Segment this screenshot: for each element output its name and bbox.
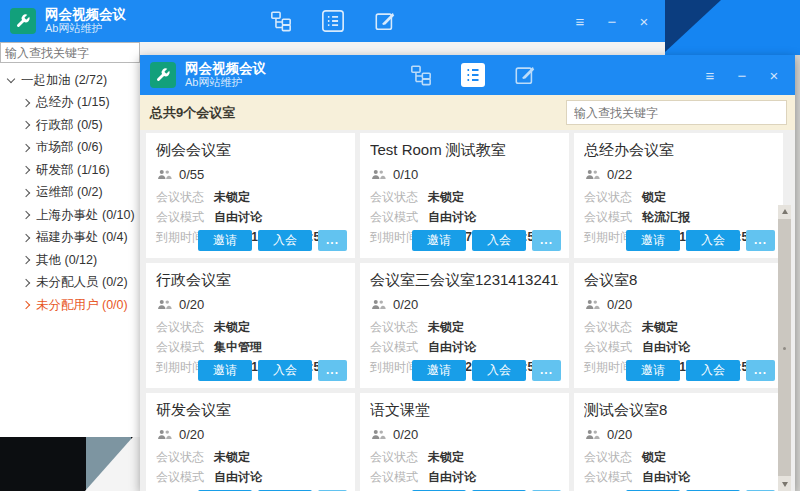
tree-item[interactable]: 福建办事处 (0/4) (0, 227, 140, 250)
room-name: 总经办会议室 (584, 141, 773, 160)
tree-item-label: 未分配用户 (0/0) (36, 297, 128, 314)
window-title-block: 网会视频会议 Ab网站维护 (185, 61, 266, 89)
more-button[interactable]: ... (532, 230, 561, 251)
join-button[interactable]: 入会 (686, 230, 740, 251)
app-title: 网会视频会议 (185, 61, 266, 77)
room-search-input[interactable] (566, 100, 787, 125)
status-value: 锁定 (642, 187, 666, 207)
vertical-scrollbar[interactable] (778, 205, 791, 491)
people-icon (157, 299, 172, 310)
tree-item[interactable]: 研发部 (1/16) (0, 159, 140, 182)
room-name: 测试会议室8 (584, 401, 773, 420)
tree-item[interactable]: 未分配人员 (0/2) (0, 272, 140, 295)
room-capacity-row: 0/10 (371, 167, 559, 182)
chevron-right-icon[interactable] (22, 189, 30, 197)
status-label: 会议状态 (584, 447, 642, 467)
join-button[interactable]: 入会 (258, 230, 312, 251)
close-button[interactable]: × (633, 14, 655, 29)
scroll-down-icon[interactable] (778, 478, 791, 491)
more-button[interactable]: ... (746, 230, 775, 251)
chevron-right-icon[interactable] (22, 234, 30, 242)
tree-item[interactable]: 运维部 (0/2) (0, 182, 140, 205)
room-name: 会议室8 (584, 271, 773, 290)
invite-button[interactable]: 邀请 (626, 360, 680, 381)
mode-label: 会议模式 (584, 337, 642, 357)
chevron-right-icon[interactable] (22, 279, 30, 287)
tree-item[interactable]: 其他 (0/12) (0, 249, 140, 272)
mode-label: 会议模式 (156, 337, 214, 357)
tree-item-label: 总经办 (1/15) (36, 94, 110, 111)
invite-button[interactable]: 邀请 (412, 360, 466, 381)
minimize-button[interactable]: − (601, 14, 623, 29)
tree-item[interactable]: 行政部 (0/5) (0, 114, 140, 137)
join-button[interactable]: 入会 (472, 230, 526, 251)
more-button[interactable]: ... (532, 360, 561, 381)
room-list-icon[interactable] (320, 8, 346, 34)
tree-item-label: 一起加油 (2/72) (21, 72, 107, 89)
status-value: 未锁定 (428, 187, 464, 207)
org-sidebar: 一起加油 (2/72)总经办 (1/15)行政部 (0/5)市场部 (0/6)研… (0, 42, 140, 437)
more-button[interactable]: ... (318, 360, 347, 381)
meeting-room-card: 行政会议室 0/20 会议状态未锁定 会议模式集中管理 到期时间2023-01-… (146, 263, 355, 388)
chevron-right-icon[interactable] (22, 256, 30, 264)
join-button[interactable]: 入会 (472, 360, 526, 381)
chevron-right-icon[interactable] (22, 144, 30, 152)
mode-value: 轮流汇报 (642, 207, 690, 227)
room-count: 0/20 (607, 427, 632, 442)
meeting-room-card: 总经办会议室 0/22 会议状态锁定 会议模式轮流汇报 到期时间2022-01-… (574, 133, 783, 258)
card-actions: 邀请 入会 ... (626, 360, 775, 381)
room-grid: 例会会议室 0/55 会议状态未锁定 会议模式自由讨论 到期时间2028-01-… (140, 130, 795, 491)
join-button[interactable]: 入会 (686, 360, 740, 381)
tree-item-label: 其他 (0/12) (36, 252, 97, 269)
status-value: 未锁定 (642, 317, 678, 337)
tree-item[interactable]: 一起加油 (2/72) (0, 69, 140, 92)
tree-item-label: 上海办事处 (0/10) (36, 207, 135, 224)
chevron-right-icon[interactable] (22, 99, 30, 107)
edit-icon[interactable] (372, 8, 398, 34)
menu-button[interactable]: ≡ (699, 68, 721, 83)
more-button[interactable]: ... (746, 360, 775, 381)
room-list-icon-active[interactable] (460, 62, 486, 88)
status-label: 会议状态 (156, 187, 214, 207)
menu-button[interactable]: ≡ (569, 14, 591, 29)
scroll-up-icon[interactable] (778, 205, 791, 218)
org-chart-icon[interactable] (268, 8, 294, 34)
sidebar-search-input[interactable] (0, 42, 140, 63)
chevron-right-icon[interactable] (22, 301, 30, 309)
invite-button[interactable]: 邀请 (626, 230, 680, 251)
tree-item[interactable]: 上海办事处 (0/10) (0, 204, 140, 227)
mode-label: 会议模式 (370, 207, 428, 227)
chevron-right-icon[interactable] (22, 211, 30, 219)
close-button[interactable]: × (763, 68, 785, 83)
tree-item[interactable]: 未分配用户 (0/0) (0, 294, 140, 317)
summary-toolbar: 总共9个会议室 (140, 95, 795, 130)
invite-button[interactable]: 邀请 (198, 360, 252, 381)
edit-icon[interactable] (512, 62, 538, 88)
room-capacity-row: 0/20 (585, 427, 773, 442)
tree-item[interactable]: 总经办 (1/15) (0, 92, 140, 115)
mode-label: 会议模式 (156, 467, 214, 487)
card-actions: 邀请 入会 ... (412, 230, 561, 251)
invite-button[interactable]: 邀请 (198, 230, 252, 251)
tree-item-label: 行政部 (0/5) (36, 117, 103, 134)
status-value: 未锁定 (214, 447, 250, 467)
tree-item[interactable]: 市场部 (0/6) (0, 137, 140, 160)
minimize-button[interactable]: − (731, 68, 753, 83)
chevron-right-icon[interactable] (22, 121, 30, 129)
wallpaper-right-strip (795, 55, 800, 491)
meeting-rooms-window: 网会视频会议 Ab网站维护 ≡ − × 总共9个会议室 (140, 55, 795, 491)
room-name: Test Room 测试教室 (370, 141, 559, 160)
invite-button[interactable]: 邀请 (412, 230, 466, 251)
room-capacity-row: 0/22 (585, 167, 773, 182)
scrollbar-thumb[interactable] (778, 219, 791, 476)
app-title: 网会视频会议 (45, 7, 126, 23)
sidebar-tree: 一起加油 (2/72)总经办 (1/15)行政部 (0/5)市场部 (0/6)研… (0, 63, 140, 317)
join-button[interactable]: 入会 (258, 360, 312, 381)
chevron-down-icon[interactable] (7, 75, 15, 83)
org-chart-icon[interactable] (408, 62, 434, 88)
more-button[interactable]: ... (318, 230, 347, 251)
window-controls: ≡ − × (699, 55, 785, 95)
chevron-right-icon[interactable] (22, 166, 30, 174)
status-label: 会议状态 (584, 187, 642, 207)
meeting-window-titlebar: 网会视频会议 Ab网站维护 ≡ − × (140, 55, 795, 95)
